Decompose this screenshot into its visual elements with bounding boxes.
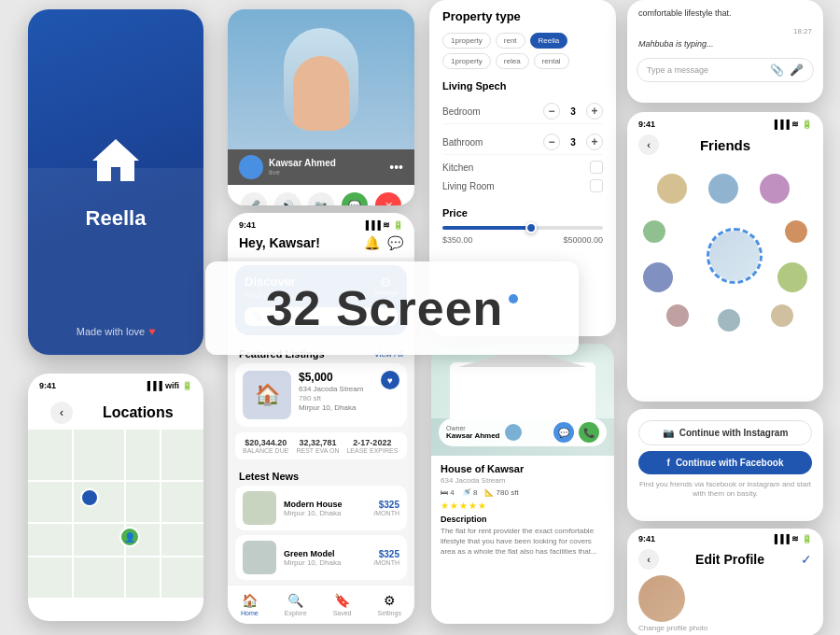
friend-avatar-3[interactable] <box>758 172 791 205</box>
owner-actions: 💬 📞 <box>553 422 599 443</box>
favorite-button[interactable]: ♥ <box>381 371 399 389</box>
description-title: Description <box>441 515 605 524</box>
news-thumb-2 <box>243 541 276 574</box>
news-item-2[interactable]: Green Model Mirpur 10, Dhaka $325 /MONTH <box>235 535 407 580</box>
caller-name: Kawsar Ahmed <box>269 158 336 168</box>
kitchen-checkbox[interactable] <box>590 161 603 174</box>
nav-saved[interactable]: 🔖 Saved <box>333 593 352 616</box>
contact-chat-button[interactable]: 💬 <box>553 422 574 443</box>
detail-image: 9:41 ▐▐▐ ≋ 🔋 Owner Kawsar Ahmed 💬 📞 <box>431 344 614 456</box>
video-options-button[interactable]: ••• <box>389 160 403 175</box>
friends-back-button[interactable]: ‹ <box>638 134 659 155</box>
chat-typing-indicator: Mahbuba is typing... <box>627 39 823 54</box>
change-photo-label[interactable]: Change profile photo <box>638 624 707 632</box>
price-slider-fill <box>442 226 531 230</box>
news-per-1: /MONTH <box>373 510 399 516</box>
prop-tag-1property[interactable]: 1property <box>442 33 491 49</box>
profile-back-button[interactable]: ‹ <box>638 549 659 570</box>
price-title: Price <box>442 207 603 219</box>
profile-save-button[interactable]: ✓ <box>801 552 812 567</box>
back-button-locations[interactable]: ‹ <box>50 402 73 424</box>
instagram-login-button[interactable]: 📷 Continue with Instagram <box>638 420 812 445</box>
price-slider-thumb[interactable] <box>525 222 537 233</box>
friend-avatar-6[interactable] <box>641 261 675 294</box>
friend-avatar-7[interactable] <box>776 261 809 294</box>
bedroom-stepper: Bedroom − 3 + <box>442 99 603 124</box>
facebook-login-button[interactable]: f Continue with Facebook <box>638 451 812 474</box>
chat-message: comfortable lifestyle that. <box>627 0 823 27</box>
friend-avatar-2[interactable] <box>707 172 740 205</box>
prop-tag-rent[interactable]: rent <box>496 33 525 49</box>
nav-home[interactable]: 🏠 Home <box>241 593 259 616</box>
bottom-nav: 🏠 Home 🔍 Explore 🔖 Saved ⚙ Settings <box>228 585 414 624</box>
end-call-button[interactable]: ✕ <box>375 192 401 205</box>
news-item-1[interactable]: Modern House Mirpur 10, Dhaka $325 /MONT… <box>235 486 407 530</box>
owner-bar: Owner Kawsar Ahmed 💬 📞 <box>439 418 607 446</box>
friend-avatar-4[interactable] <box>641 219 667 245</box>
chat-input[interactable]: Type a message <box>647 65 764 75</box>
bedroom-decrement[interactable]: − <box>543 103 560 120</box>
prop-tag-reella[interactable]: Reella <box>530 33 568 49</box>
friend-avatar-9[interactable] <box>716 307 742 333</box>
contact-call-button[interactable]: 📞 <box>579 422 599 443</box>
microphone-icon[interactable]: 🎤 <box>790 64 804 77</box>
detail-address: 634 Jacoda Stream <box>441 476 605 485</box>
main-header: Hey, Kawsar! 🔔 💬 <box>228 230 414 258</box>
screen-detail: 9:41 ▐▐▐ ≋ 🔋 Owner Kawsar Ahmed 💬 📞 Hous… <box>431 344 614 624</box>
facebook-icon: f <box>667 458 670 468</box>
overlay-text: 32 Screen <box>266 280 504 336</box>
profile-title: Edit Profile <box>695 552 764 567</box>
screen-friends: 9:41 ▐▐▐ ≋ 🔋 ‹ Friends <box>627 112 823 402</box>
bathroom-increment[interactable]: + <box>586 134 603 150</box>
bedroom-controls: − 3 + <box>543 103 603 120</box>
instagram-icon: 📷 <box>663 428 674 438</box>
attachment-icon[interactable]: 📎 <box>770 64 784 77</box>
news-header: Letest News <box>228 465 414 486</box>
listing-card: $5,000 634 Jacoda Stream 780 sft Mirpur … <box>235 363 407 427</box>
social-subtext: Find you friends via facebook or instagr… <box>638 480 812 500</box>
main-header-icons: 🔔 💬 <box>364 235 403 250</box>
camera-button[interactable]: 📷 <box>308 192 334 205</box>
message-icon[interactable]: 💬 <box>387 235 403 250</box>
living-room-row: Living Room <box>442 179 603 192</box>
news-price-1: $325 <box>373 500 399 510</box>
prop-tag-1property2[interactable]: 1property <box>442 53 491 69</box>
nav-explore[interactable]: 🔍 Explore <box>285 593 307 616</box>
kitchen-row: Kitchen <box>442 161 603 174</box>
bathroom-decrement[interactable]: − <box>543 134 560 150</box>
nav-settings[interactable]: ⚙ Settings <box>378 593 401 616</box>
living-room-checkbox[interactable] <box>590 179 603 192</box>
explore-icon: 🔍 <box>287 593 303 608</box>
kitchen-label: Kitchen <box>442 162 473 173</box>
settings-icon-nav: ⚙ <box>384 593 396 608</box>
profile-avatar-section: Change profile photo <box>638 575 707 632</box>
chat-timestamp: 18:27 <box>627 27 823 35</box>
map-area: 👤 <box>28 430 203 598</box>
living-room-label: Living Room <box>442 181 495 191</box>
caller-avatar <box>239 155 263 179</box>
owner-tag: Owner <box>446 425 500 431</box>
price-slider[interactable] <box>442 226 603 230</box>
chat-input-row: Type a message 📎 🎤 <box>637 58 814 82</box>
prop-tag-relea[interactable]: relea <box>496 53 529 69</box>
bell-icon[interactable]: 🔔 <box>364 235 380 250</box>
detail-baths: 🚿 8 <box>462 488 478 497</box>
status-bar-locations: 9:41 ▐▐▐ wifi 🔋 <box>28 374 203 390</box>
price-section: Price $350.00 $50000.00 <box>429 207 616 254</box>
rating-stars: ★★★★★ <box>441 501 605 511</box>
mute-button[interactable]: 🎤 <box>241 192 267 205</box>
property-types: 1property rent Reella 1property relea re… <box>442 33 603 69</box>
friend-avatar-8[interactable] <box>665 303 691 329</box>
friend-avatar-5[interactable] <box>783 219 809 245</box>
prop-tag-rental[interactable]: rental <box>534 53 569 69</box>
volume-button[interactable]: 🔊 <box>274 192 301 205</box>
locations-title: Locations <box>91 404 185 421</box>
friend-avatar-1[interactable] <box>655 172 689 205</box>
friend-main-avatar <box>707 228 763 284</box>
chat-button[interactable]: 💬 <box>342 192 368 205</box>
bedroom-increment[interactable]: + <box>586 103 603 120</box>
lease-stat: 2-17-2022 LEASE EXPIRES <box>346 438 398 454</box>
overlay-dot <box>509 294 518 303</box>
caller-info: Kawsar Ahmed live <box>239 155 336 179</box>
friend-avatar-10[interactable] <box>769 303 795 329</box>
